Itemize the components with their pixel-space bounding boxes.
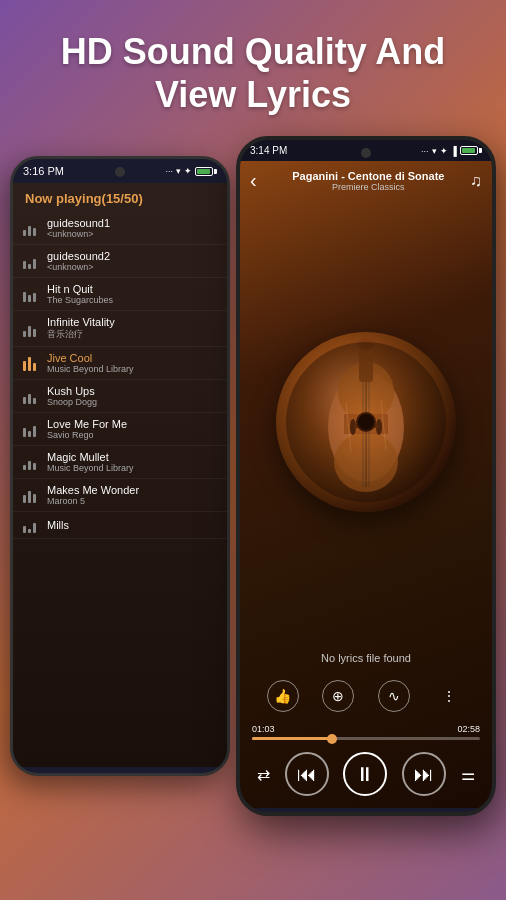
eq-button[interactable]: ⚌ (461, 765, 475, 784)
item-title: Kush Ups (47, 385, 217, 397)
phone-front: 3:14 PM ··· ▾ ✦ ▐ ‹ Paganini (236, 136, 496, 816)
wave-button[interactable]: ∿ (378, 680, 410, 712)
player-title-area: Paganini - Centone di Sonate Premiere Cl… (267, 170, 470, 192)
front-time: 3:14 PM (250, 145, 287, 156)
phone-back: 3:16 PM ··· ▾ ✦ Now playing(15/50) (10, 156, 230, 776)
progress-fill (252, 737, 332, 740)
item-title: Hit n Quit (47, 283, 217, 295)
shuffle-button[interactable]: ⇄ (257, 765, 270, 784)
playlist-header: Now playing(15/50) (13, 183, 227, 212)
item-subtitle: Savio Rego (47, 430, 217, 440)
item-info: guidesound2 <unknown> (47, 250, 217, 272)
time-total: 02:58 (457, 724, 480, 734)
item-title: Love Me For Me (47, 418, 217, 430)
item-subtitle: <unknown> (47, 262, 217, 272)
header-title: HD Sound Quality And View Lyrics (20, 30, 486, 116)
back-time: 3:16 PM (23, 165, 64, 177)
bars-icon (23, 220, 39, 236)
no-lyrics-text: No lyrics file found (240, 644, 492, 672)
more-button[interactable]: ⋮ (433, 680, 465, 712)
list-item[interactable]: Magic Mullet Music Beyond Library (13, 446, 227, 479)
time-current: 01:03 (252, 724, 275, 734)
item-info: Hit n Quit The Sugarcubes (47, 283, 217, 305)
bars-icon (23, 421, 39, 437)
progress-thumb (327, 734, 337, 744)
signal-icon: ··· (165, 166, 173, 176)
item-subtitle: Snoop Dogg (47, 397, 217, 407)
list-item[interactable]: Makes Me Wonder Maroon 5 (13, 479, 227, 512)
signal-dots-icon: ··· (421, 146, 429, 156)
battery-icon (460, 146, 482, 155)
item-info: Love Me For Me Savio Rego (47, 418, 217, 440)
player-screen: ‹ Paganini - Centone di Sonate Premiere … (240, 161, 492, 808)
item-info: Jive Cool Music Beyond Library (47, 352, 217, 374)
item-info: Mills (47, 519, 217, 531)
wifi-icon: ▾ (176, 166, 181, 176)
item-title: Jive Cool (47, 352, 217, 364)
back-phone-camera (115, 167, 125, 177)
album-center-dot (356, 412, 376, 432)
item-info: Magic Mullet Music Beyond Library (47, 451, 217, 473)
artist-name: Premiere Classics (267, 182, 470, 192)
list-item[interactable]: guidesound2 <unknown> (13, 245, 227, 278)
list-item[interactable]: Kush Ups Snoop Dogg (13, 380, 227, 413)
item-subtitle: Music Beyond Library (47, 364, 217, 374)
song-name: Paganini - Centone di Sonate (267, 170, 470, 182)
list-item[interactable]: guidesound1 <unknown> (13, 212, 227, 245)
phones-container: 3:16 PM ··· ▾ ✦ Now playing(15/50) (0, 136, 506, 836)
list-item[interactable]: Jive Cool Music Beyond Library (13, 347, 227, 380)
item-title: guidesound2 (47, 250, 217, 262)
back-status-icons: ··· ▾ ✦ (165, 166, 217, 176)
item-info: Infinite Vitality 音乐治疗 (47, 316, 217, 341)
item-subtitle: Maroon 5 (47, 496, 217, 506)
bars-icon (23, 517, 39, 533)
bluetooth-icon: ✦ (440, 146, 448, 156)
item-info: Makes Me Wonder Maroon 5 (47, 484, 217, 506)
back-screen: Now playing(15/50) guidesound1 <unknown> (13, 183, 227, 767)
bars-icon (23, 388, 39, 404)
next-button[interactable]: ⏭ (402, 752, 446, 796)
pause-button[interactable]: ⏸ (343, 752, 387, 796)
wifi-icon: ▾ (432, 146, 437, 156)
front-phone-camera (361, 148, 371, 158)
playlist-icon[interactable]: ♫ (470, 172, 482, 190)
bars-icon (23, 487, 39, 503)
item-title: Infinite Vitality (47, 316, 217, 328)
item-info: guidesound1 <unknown> (47, 217, 217, 239)
player-header: ‹ Paganini - Centone di Sonate Premiere … (240, 161, 492, 200)
battery-icon (195, 167, 217, 176)
list-item[interactable]: Hit n Quit The Sugarcubes (13, 278, 227, 311)
front-status-icons: ··· ▾ ✦ ▐ (421, 146, 482, 156)
bluetooth-icon: ✦ (184, 166, 192, 176)
list-item[interactable]: Love Me For Me Savio Rego (13, 413, 227, 446)
item-title: guidesound1 (47, 217, 217, 229)
item-title: Makes Me Wonder (47, 484, 217, 496)
item-subtitle: <unknown> (47, 229, 217, 239)
album-art (276, 332, 456, 512)
header-section: HD Sound Quality And View Lyrics (0, 0, 506, 136)
bars-icon (23, 253, 39, 269)
bars-icon (23, 286, 39, 302)
progress-area: 01:03 02:58 (240, 720, 492, 744)
progress-bar[interactable] (252, 737, 480, 740)
bars-icon (23, 321, 39, 337)
add-button[interactable]: ⊕ (322, 680, 354, 712)
item-subtitle: The Sugarcubes (47, 295, 217, 305)
signal-bars-icon: ▐ (451, 146, 457, 156)
item-title: Magic Mullet (47, 451, 217, 463)
album-art-container (240, 200, 492, 644)
bars-icon (23, 355, 39, 371)
item-title: Mills (47, 519, 217, 531)
item-subtitle: 音乐治疗 (47, 328, 217, 341)
prev-button[interactable]: ⏮ (285, 752, 329, 796)
back-button[interactable]: ‹ (250, 169, 257, 192)
item-subtitle: Music Beyond Library (47, 463, 217, 473)
list-item[interactable]: Mills (13, 512, 227, 539)
time-row: 01:03 02:58 (252, 724, 480, 734)
like-button[interactable]: 👍 (267, 680, 299, 712)
app-container: HD Sound Quality And View Lyrics 3:16 PM… (0, 0, 506, 836)
item-info: Kush Ups Snoop Dogg (47, 385, 217, 407)
bars-icon (23, 454, 39, 470)
action-buttons: 👍 ⊕ ∿ ⋮ (240, 672, 492, 720)
list-item[interactable]: Infinite Vitality 音乐治疗 (13, 311, 227, 347)
